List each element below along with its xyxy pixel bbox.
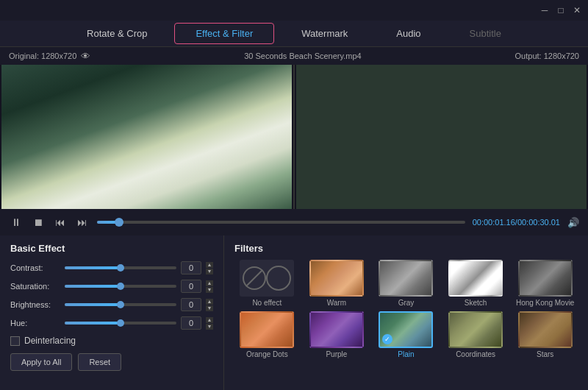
contrast-spinner[interactable]: ▲ ▼ — [206, 262, 213, 274]
saturation-row: Saturation: 0 ▲ ▼ — [10, 280, 213, 293]
deinterlacing-row: Deinterlacing — [10, 336, 213, 346]
basic-effect-title: Basic Effect — [10, 243, 213, 254]
video-info-bar: Original: 1280x720 👁 30 Seconds Beach Sc… — [0, 47, 588, 65]
brightness-slider[interactable] — [65, 303, 176, 306]
filter-coordinates[interactable]: Coordinates — [443, 311, 509, 358]
brightness-value: 0 — [181, 298, 201, 311]
basic-effect-panel: Basic Effect Contrast: 0 ▲ ▼ Saturation:… — [0, 235, 224, 390]
progress-track[interactable] — [97, 221, 465, 224]
contrast-value: 0 — [181, 261, 201, 274]
contrast-label: Contrast: — [10, 263, 60, 272]
hue-up[interactable]: ▲ — [206, 317, 213, 323]
filter-label-warm: Warm — [327, 299, 346, 307]
close-button[interactable]: ✕ — [572, 5, 582, 15]
videos-container — [0, 65, 588, 209]
filter-label-hk-movie: Hong Kong Movie — [516, 299, 575, 307]
filter-label-gray: Gray — [398, 299, 415, 307]
saturation-down[interactable]: ▼ — [206, 287, 213, 293]
original-video-frame — [1, 65, 292, 209]
maximize-button[interactable]: □ — [556, 5, 566, 15]
hue-down[interactable]: ▼ — [206, 324, 213, 330]
filters-title: Filters — [234, 243, 578, 254]
filter-label-sketch: Sketch — [465, 299, 487, 307]
tab-subtitle[interactable]: Subtitle — [448, 23, 523, 44]
brightness-down[interactable]: ▼ — [206, 305, 213, 311]
contrast-up[interactable]: ▲ — [206, 262, 213, 268]
filter-no-effect[interactable]: No effect — [234, 260, 300, 307]
apply-all-button[interactable]: Apply to All — [10, 353, 72, 371]
filters-panel: Filters No effect Warm Gray — [224, 235, 588, 390]
stop-button[interactable]: ⏹ — [31, 215, 46, 230]
output-resolution: Output: 1280x720 — [515, 52, 579, 60]
time-display: 00:00:01.16/00:00:30.01 — [473, 218, 560, 227]
hue-slider[interactable] — [65, 322, 176, 325]
contrast-down[interactable]: ▼ — [206, 269, 213, 274]
filter-hk-movie[interactable]: Hong Kong Movie — [512, 260, 578, 307]
filter-thumb-orange-dots — [240, 311, 294, 348]
saturation-up[interactable]: ▲ — [206, 280, 213, 286]
title-bar: ─ □ ✕ — [0, 0, 588, 21]
filter-label-orange-dots: Orange Dots — [246, 350, 288, 358]
filter-thumb-purple — [309, 311, 364, 348]
filter-purple[interactable]: Purple — [304, 311, 370, 358]
filter-sketch[interactable]: Sketch — [443, 260, 509, 307]
brightness-up[interactable]: ▲ — [206, 299, 213, 305]
filter-orange-dots[interactable]: Orange Dots — [234, 311, 300, 358]
filters-grid: No effect Warm Gray Sketch Hong Kong Mov… — [234, 260, 578, 358]
tab-audio[interactable]: Audio — [375, 23, 442, 44]
filter-thumb-no-effect — [240, 260, 294, 297]
contrast-slider[interactable] — [65, 266, 176, 269]
bottom-panel: Basic Effect Contrast: 0 ▲ ▼ Saturation:… — [0, 235, 588, 390]
original-video-panel — [1, 65, 292, 209]
brightness-row: Brightness: 0 ▲ ▼ — [10, 298, 213, 311]
video-divider — [293, 65, 295, 209]
brightness-label: Brightness: — [10, 300, 60, 309]
volume-icon[interactable]: 🔊 — [567, 217, 579, 228]
original-resolution: Original: 1280x720 — [9, 52, 76, 60]
filter-label-purple: Purple — [326, 350, 347, 358]
next-frame-button[interactable]: ⏭ — [75, 215, 90, 230]
hue-value: 0 — [181, 316, 201, 330]
filter-label-plain: Plain — [398, 350, 414, 358]
tab-effect-filter[interactable]: Effect & Filter — [174, 23, 274, 44]
tabs-bar: Rotate & Crop Effect & Filter Watermark … — [0, 21, 588, 47]
prev-frame-button[interactable]: ⏮ — [53, 215, 68, 230]
pause-button[interactable]: ⏸ — [9, 215, 24, 230]
tab-watermark[interactable]: Watermark — [280, 23, 369, 44]
playback-bar: ⏸ ⏹ ⏮ ⏭ 00:00:01.16/00:00:30.01 🔊 — [0, 209, 588, 235]
video-area: Original: 1280x720 👁 30 Seconds Beach Sc… — [0, 47, 588, 209]
saturation-spinner[interactable]: ▲ ▼ — [206, 280, 213, 293]
contrast-row: Contrast: 0 ▲ ▼ — [10, 261, 213, 274]
filter-label-stars: Stars — [537, 350, 553, 358]
deinterlacing-label: Deinterlacing — [24, 336, 76, 346]
video-filename: 30 Seconds Beach Scenery.mp4 — [244, 52, 361, 60]
deinterlacing-checkbox[interactable] — [10, 336, 20, 346]
brightness-spinner[interactable]: ▲ ▼ — [206, 299, 213, 311]
filter-thumb-hk-movie — [518, 260, 573, 297]
filter-thumb-gray — [379, 260, 433, 297]
effect-buttons: Apply to All Reset — [10, 353, 213, 371]
filter-selected-check: ✓ — [382, 334, 392, 344]
reset-button[interactable]: Reset — [78, 353, 121, 371]
filter-thumb-sketch — [448, 260, 503, 297]
filter-plain[interactable]: ✓ Plain — [373, 311, 439, 358]
progress-thumb[interactable] — [115, 218, 123, 227]
filter-warm[interactable]: Warm — [304, 260, 370, 307]
saturation-slider[interactable] — [65, 285, 176, 288]
filter-stars[interactable]: Stars — [512, 311, 578, 358]
preview-video-panel — [296, 65, 587, 209]
minimize-button[interactable]: ─ — [539, 5, 550, 15]
saturation-label: Saturation: — [10, 282, 60, 291]
eye-icon[interactable]: 👁 — [81, 51, 90, 62]
hue-row: Hue: 0 ▲ ▼ — [10, 316, 213, 330]
hue-spinner[interactable]: ▲ ▼ — [206, 317, 213, 330]
filter-thumb-warm — [309, 260, 364, 297]
filter-gray[interactable]: Gray — [373, 260, 439, 307]
filter-thumb-plain: ✓ — [379, 311, 433, 348]
hue-label: Hue: — [10, 319, 60, 327]
tab-rotate-crop[interactable]: Rotate & Crop — [65, 23, 168, 44]
filter-thumb-stars — [518, 311, 573, 348]
filter-label-coordinates: Coordinates — [456, 350, 495, 358]
saturation-value: 0 — [181, 280, 201, 293]
filter-thumb-coordinates — [448, 311, 503, 348]
